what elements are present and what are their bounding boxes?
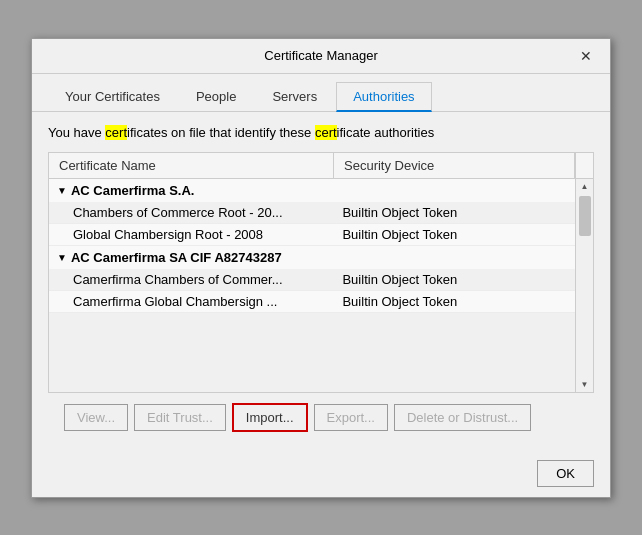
content-area: You have certificates on file that ident… [32, 112, 610, 454]
bottom-bar: OK [32, 454, 610, 497]
tab-your-certificates[interactable]: Your Certificates [48, 82, 177, 111]
certificate-manager-dialog: Certificate Manager ✕ Your Certificates … [31, 38, 611, 498]
group-row[interactable]: ▼ AC Camerfirma SA CIF A82743287 [49, 246, 575, 269]
highlight-cert2: cert [315, 125, 337, 140]
table-header: Certificate Name Security Device [49, 153, 593, 179]
import-button[interactable]: Import... [232, 403, 308, 432]
cert-name: Chambers of Commerce Root - 20... [73, 205, 342, 220]
column-header-device: Security Device [334, 153, 575, 178]
cert-device: Builtin Object Token [342, 294, 567, 309]
cert-name: Camerfirma Global Chambersign ... [73, 294, 342, 309]
tab-authorities[interactable]: Authorities [336, 82, 431, 112]
export-button[interactable]: Export... [314, 404, 388, 431]
cert-device: Builtin Object Token [342, 205, 567, 220]
table-row: Camerfirma Global Chambersign ... Builti… [49, 291, 575, 313]
scrollbar[interactable]: ▲ ▼ [575, 179, 593, 392]
tab-servers[interactable]: Servers [255, 82, 334, 111]
description-text: You have certificates on file that ident… [48, 124, 594, 142]
dialog-title: Certificate Manager [229, 48, 414, 63]
column-header-scroll [575, 153, 593, 178]
table-body: ▼ AC Camerfirma S.A. Chambers of Commerc… [49, 179, 575, 392]
scroll-up-button[interactable]: ▲ [579, 179, 591, 194]
action-buttons: View... Edit Trust... Import... Export..… [48, 393, 594, 442]
title-bar: Certificate Manager ✕ [32, 39, 610, 74]
group-name: AC Camerfirma SA CIF A82743287 [71, 250, 282, 265]
edit-trust-button[interactable]: Edit Trust... [134, 404, 226, 431]
delete-distrust-button[interactable]: Delete or Distrust... [394, 404, 531, 431]
highlight-cert1: cert [105, 125, 127, 140]
cert-device: Builtin Object Token [342, 272, 567, 287]
certificates-table: Certificate Name Security Device ▼ AC Ca… [48, 152, 594, 393]
expand-arrow-icon: ▼ [57, 252, 67, 263]
cert-device: Builtin Object Token [342, 227, 567, 242]
table-row: Chambers of Commerce Root - 20... Builti… [49, 202, 575, 224]
column-header-name: Certificate Name [49, 153, 334, 178]
expand-arrow-icon: ▼ [57, 185, 67, 196]
view-button[interactable]: View... [64, 404, 128, 431]
cert-name: Global Chambersign Root - 2008 [73, 227, 342, 242]
scroll-thumb[interactable] [579, 196, 591, 236]
table-row: Camerfirma Chambers of Commer... Builtin… [49, 269, 575, 291]
group-name: AC Camerfirma S.A. [71, 183, 195, 198]
cert-name: Camerfirma Chambers of Commer... [73, 272, 342, 287]
table-row: Global Chambersign Root - 2008 Builtin O… [49, 224, 575, 246]
scroll-down-button[interactable]: ▼ [579, 377, 591, 392]
ok-button[interactable]: OK [537, 460, 594, 487]
group-row[interactable]: ▼ AC Camerfirma S.A. [49, 179, 575, 202]
tab-bar: Your Certificates People Servers Authori… [32, 74, 610, 112]
tab-people[interactable]: People [179, 82, 253, 111]
close-button[interactable]: ✕ [574, 47, 598, 65]
